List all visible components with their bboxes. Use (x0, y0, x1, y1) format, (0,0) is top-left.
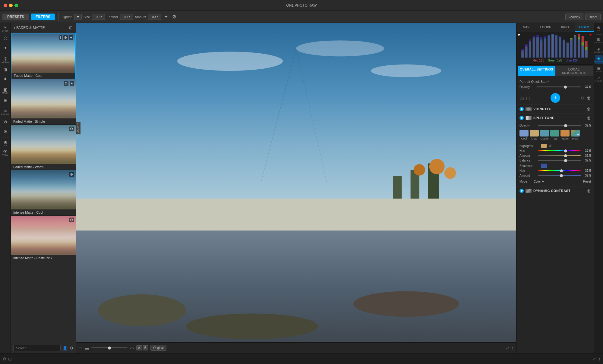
tool-effects-brush[interactable]: ✸ (1, 74, 10, 83)
vignette-delete-icon[interactable]: 🗑 (587, 107, 591, 111)
tool-local[interactable]: ◎ LOCAL (1, 55, 10, 64)
shadows-color-swatch[interactable] (541, 164, 547, 168)
tool-view[interactable]: 👁 VIEW (1, 148, 10, 157)
search-input[interactable] (13, 345, 61, 351)
shadows-amount-slider[interactable] (538, 175, 581, 176)
preset-item[interactable]: ⚙ Intense Matte - Paste Pink (11, 216, 76, 261)
tool-retouch[interactable]: ✦ (1, 43, 10, 52)
add-adjustment-button[interactable]: + (551, 93, 560, 103)
preset-item[interactable]: ℹ ⚙ ✦ Faded Matte - Cool (11, 33, 76, 79)
tab-nav[interactable]: NAV (516, 23, 536, 32)
amount-dropdown[interactable]: 100 ▼ (148, 14, 161, 20)
share-bottom-icon[interactable]: ↑ (598, 356, 601, 361)
presets-tab[interactable]: PRESETS (2, 14, 29, 20)
swatch-oats[interactable]: Oats (530, 130, 539, 140)
preset-item[interactable]: ⚙ ✦ Faded Matte - Simple (11, 79, 76, 125)
highlights-hue-slider[interactable] (538, 150, 581, 151)
share-icon[interactable]: ↑ (512, 346, 514, 350)
eyedropper-icon[interactable]: ✦ (163, 13, 169, 20)
preset-gear-icon[interactable]: ⚙ (63, 35, 68, 40)
tab-loupe[interactable]: LOUPE (536, 23, 555, 32)
balance-slider[interactable] (538, 160, 581, 161)
rsb-resize[interactable]: ⤢ RESIZE (595, 74, 603, 83)
preset-star-icon[interactable]: ✦ (69, 35, 73, 40)
preset-gear-icon[interactable]: ⚙ (64, 81, 68, 86)
preset-back-button[interactable]: ‹ FADED & MATTE (14, 26, 45, 30)
fullscreen-icon[interactable]: ▭ (130, 346, 134, 350)
split-tone-opacity-slider[interactable] (538, 125, 581, 126)
preset-item[interactable]: ⚙ Faded Matte - Warm (11, 125, 76, 170)
swatch-ocean[interactable]: Ocean (540, 130, 549, 140)
tool-smudge[interactable]: ⊛ (1, 127, 10, 136)
ab-b-button[interactable]: B (143, 345, 148, 350)
tool-crop[interactable]: ✂ CROP (1, 24, 10, 33)
feather-dropdown[interactable]: 100 ▼ (120, 14, 133, 20)
vignette-enabled-checkbox[interactable] (519, 107, 524, 111)
layer-icon-2[interactable]: ◻ (526, 95, 530, 101)
zoom-slider[interactable] (91, 347, 128, 348)
swatch-warm[interactable]: Warm (560, 130, 570, 140)
swatch-more[interactable]: ▼ More (571, 130, 580, 140)
tab-info[interactable]: INFO (555, 23, 575, 32)
dynamic-contrast-header[interactable]: DYNAMIC CONTRAST 🗑 (516, 187, 594, 195)
vignette-header[interactable]: VIGNETTE 🗑 (516, 105, 594, 113)
tool-fix[interactable]: ◉ FIX (1, 139, 10, 148)
rsb-develop[interactable]: ◈ DEVELOP (595, 46, 603, 55)
split-tone-delete-icon[interactable]: 🗑 (587, 115, 591, 120)
reset-button[interactable]: Reset (585, 14, 601, 20)
settings-bottom-icon[interactable]: ⚙ (2, 356, 6, 361)
overlay-button[interactable]: Overlay (565, 14, 583, 20)
tab-local-adjustments[interactable]: LOCAL ADJUSTMENTS (555, 66, 593, 76)
layer-icon-1[interactable]: ▭ (519, 95, 524, 101)
tool-refine[interactable]: ≋ REFINE (1, 108, 10, 117)
gear-icon[interactable]: ⚙ (581, 96, 585, 100)
swatch-cool[interactable]: Cool (519, 130, 529, 140)
preset-star-icon[interactable]: ✦ (70, 81, 74, 86)
split-tone-header[interactable]: SPLIT TONE 🗑 (516, 114, 594, 122)
expand-bottom-icon[interactable]: ⤢ (592, 356, 596, 361)
tab-overall-settings[interactable]: OVERALL SETTINGS (518, 66, 555, 76)
lighten-dropdown[interactable]: ▼ (74, 14, 82, 20)
tool-mask[interactable]: ▣ MASK (1, 86, 10, 95)
rsb-layers[interactable]: ▣ LAYERS (595, 65, 603, 74)
preset-gear-icon[interactable]: ⚙ (69, 172, 74, 177)
delete-icon[interactable]: 🗑 (587, 96, 591, 100)
pqs-opacity-slider[interactable] (536, 86, 581, 87)
settings-icon[interactable]: ⚙ (171, 13, 178, 20)
swatch-teal[interactable]: Teal (550, 130, 559, 140)
original-button[interactable]: Original (150, 345, 166, 351)
split-tone-reset-link[interactable]: Reset (583, 180, 591, 183)
highlights-refresh-icon[interactable]: ↺ (549, 144, 552, 148)
mode-value-dropdown[interactable]: Color ▼ (534, 180, 545, 183)
frame-icon[interactable]: ▭ (78, 346, 82, 350)
dynamic-contrast-enabled-checkbox[interactable] (519, 189, 524, 193)
person-icon[interactable]: 👤 (62, 346, 68, 350)
close-dot[interactable] (4, 4, 7, 7)
tool-paint[interactable]: ⊘ (1, 117, 10, 126)
tool-clone[interactable]: ⊕ (1, 96, 10, 105)
rsb-effects[interactable]: ✸ EFFECTS (595, 55, 603, 64)
shadows-hue-slider[interactable] (538, 170, 581, 171)
maximize-dot[interactable] (14, 4, 18, 7)
filters-tab[interactable]: FILTERS (31, 14, 55, 20)
preset-info-icon[interactable]: ℹ (59, 35, 62, 40)
grid-bottom-icon[interactable]: ⊞ (8, 356, 12, 361)
filmstrip-icon[interactable]: ▬ (85, 346, 89, 350)
settings-icon[interactable]: ⚙ (69, 346, 73, 350)
dynamic-contrast-delete-icon[interactable]: 🗑 (587, 188, 591, 193)
tool-transform[interactable]: ⬡ (1, 34, 10, 43)
highlights-color-swatch[interactable] (541, 144, 547, 148)
tool-portrait[interactable]: ◑ (1, 65, 10, 74)
preset-gear-icon[interactable]: ⚙ (69, 127, 74, 131)
size-dropdown[interactable]: 100 ▼ (92, 14, 105, 20)
highlights-amount-slider[interactable] (538, 155, 581, 156)
minimize-dot[interactable] (9, 4, 13, 7)
rsb-browse[interactable]: ⊞ BROWSE (595, 36, 603, 45)
expand-icon[interactable]: ⤢ (506, 346, 509, 350)
split-tone-enabled-checkbox[interactable] (519, 116, 524, 120)
preset-gear-icon[interactable]: ⚙ (69, 218, 74, 222)
preset-item[interactable]: ⚙ Intense Matte - Cool (11, 170, 76, 216)
preset-grid-icon[interactable]: ⊞ (69, 25, 73, 30)
rsb-nav[interactable]: ⊕ NAV (595, 24, 603, 33)
tab-histo[interactable]: HISTO (575, 23, 594, 32)
